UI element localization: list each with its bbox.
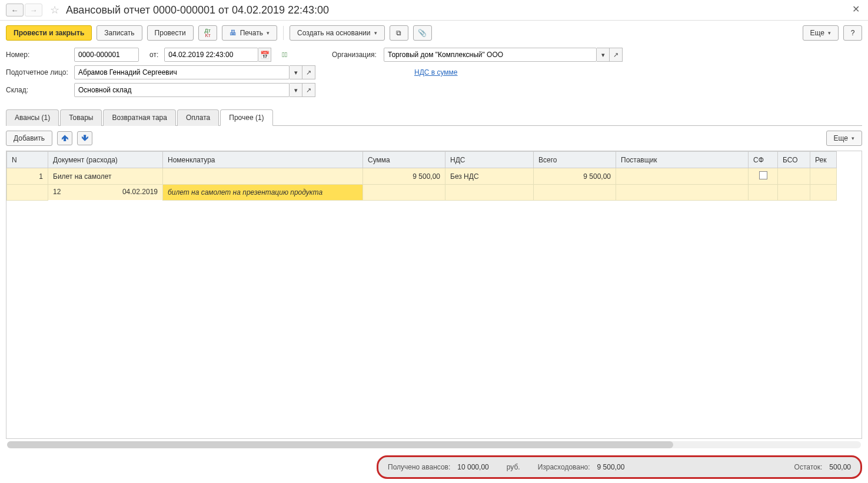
attachment-button[interactable]: 📎	[413, 25, 432, 41]
cell-supplier[interactable]	[616, 185, 749, 201]
checkbox-icon[interactable]	[759, 171, 767, 179]
cell-total[interactable]	[534, 185, 616, 201]
more-button[interactable]: Еще▾	[803, 25, 839, 41]
col-nom[interactable]: Номенклатура	[163, 152, 363, 168]
favorite-star-icon[interactable]: ☆	[48, 4, 61, 16]
toolbar-separator	[283, 26, 284, 40]
cell-vat[interactable]: Без НДС	[445, 168, 534, 185]
main-toolbar: Провести и закрыть Записать Провести ДтК…	[0, 21, 868, 45]
warehouse-dropdown-button[interactable]: ▾	[290, 83, 302, 97]
tab-goods[interactable]: Товары	[60, 109, 102, 126]
grid-more-button[interactable]: Еще▾	[826, 131, 862, 146]
cell-bso[interactable]	[778, 168, 810, 185]
post-button[interactable]: Провести	[147, 25, 194, 41]
printer-icon: 🖶	[230, 29, 237, 37]
grid[interactable]: N Документ (расхода) Номенклатура Сумма …	[6, 151, 862, 439]
titlebar: ← → ☆ Авансовый отчет 0000-000001 от 04.…	[0, 0, 868, 21]
create-based-on-button[interactable]: Создать на основании▾	[290, 25, 385, 41]
person-input[interactable]	[74, 65, 290, 79]
save-button[interactable]: Записать	[97, 25, 142, 41]
vat-link[interactable]: НДС в сумме	[414, 68, 458, 76]
horizontal-scrollbar[interactable]	[7, 441, 861, 448]
totals-footer: Получено авансов: 10 000,00 руб. Израсхо…	[377, 455, 862, 479]
calendar-icon: 📅	[260, 51, 270, 59]
col-doc[interactable]: Документ (расхода)	[48, 152, 163, 168]
number-input[interactable]	[74, 48, 139, 62]
add-row-button[interactable]: Добавить	[6, 131, 52, 146]
tab-other[interactable]: Прочее (1)	[220, 109, 272, 126]
col-total[interactable]: Всего	[534, 152, 616, 168]
grid-toolbar: Добавить 🡹 🡻 Еще▾	[0, 126, 868, 151]
org-dropdown-button[interactable]: ▾	[597, 48, 610, 62]
col-vat[interactable]: НДС	[445, 152, 534, 168]
col-supplier[interactable]: Поставщик	[616, 152, 749, 168]
structure-button[interactable]: ⧉	[390, 25, 408, 41]
close-icon[interactable]: ✕	[852, 4, 860, 15]
document-window: ← → ☆ Авансовый отчет 0000-000001 от 04.…	[0, 0, 868, 479]
cell-nom-editing[interactable]: билет на самолет на презентацию продукта	[163, 185, 363, 201]
cell-doc[interactable]: 12 04.02.2019	[48, 185, 162, 200]
org-input[interactable]	[384, 48, 597, 62]
warehouse-open-button[interactable]: ↗	[302, 83, 315, 97]
currency-label: руб.	[507, 463, 520, 471]
tab-payment[interactable]: Оплата	[177, 109, 219, 126]
cell-n[interactable]	[7, 185, 48, 201]
spent-label: Израсходовано:	[538, 463, 590, 471]
cell-rek[interactable]	[810, 185, 837, 201]
posted-check-icon: ✔⃞	[282, 51, 287, 59]
table-row[interactable]: 1 Билет на самолет 9 500,00 Без НДС 9 50…	[7, 168, 837, 185]
warehouse-input[interactable]	[74, 83, 290, 97]
tab-returnable[interactable]: Возвратная тара	[103, 109, 176, 126]
cell-vat[interactable]	[445, 185, 534, 201]
person-dropdown-button[interactable]: ▾	[290, 65, 302, 79]
spent-value: 9 500,00	[597, 463, 625, 471]
person-open-button[interactable]: ↗	[302, 65, 315, 79]
cell-rek[interactable]	[810, 168, 837, 185]
remain-value: 500,00	[829, 463, 851, 471]
col-rek[interactable]: Рек	[810, 152, 837, 168]
warehouse-label: Склад:	[6, 86, 69, 94]
help-button[interactable]: ?	[843, 25, 862, 41]
move-down-button[interactable]: 🡻	[77, 131, 92, 145]
cell-sf[interactable]	[749, 185, 778, 201]
post-and-close-button[interactable]: Провести и закрыть	[6, 25, 92, 41]
nav-forward-button[interactable]: →	[25, 4, 42, 16]
cell-supplier[interactable]	[616, 168, 749, 185]
move-up-button[interactable]: 🡹	[57, 131, 72, 145]
nav-back-button[interactable]: ←	[6, 4, 24, 16]
col-bso[interactable]: БСО	[778, 152, 810, 168]
scrollbar-thumb[interactable]	[7, 441, 673, 448]
org-open-button[interactable]: ↗	[610, 48, 623, 62]
table-row[interactable]: 12 04.02.2019 билет на самолет на презен…	[7, 185, 837, 201]
cell-doc[interactable]: Билет на самолет	[48, 168, 163, 185]
col-sf[interactable]: СФ	[749, 152, 778, 168]
cell-total[interactable]: 9 500,00	[534, 168, 616, 185]
cell-sf[interactable]	[749, 168, 778, 185]
received-value: 10 000,00	[457, 463, 488, 471]
org-label: Организация:	[332, 51, 379, 59]
cell-n[interactable]: 1	[7, 168, 48, 185]
cell-sum[interactable]: 9 500,00	[363, 168, 445, 185]
cell-bso[interactable]	[778, 185, 810, 201]
remain-label: Остаток:	[794, 463, 823, 471]
calendar-button[interactable]: 📅	[258, 48, 271, 62]
tab-advances[interactable]: Авансы (1)	[6, 109, 59, 126]
print-button[interactable]: 🖶Печать▾	[222, 25, 277, 41]
tabs: Авансы (1) Товары Возвратная тара Оплата…	[6, 109, 862, 126]
date-input[interactable]	[164, 48, 258, 62]
grid-header: N Документ (расхода) Номенклатура Сумма …	[7, 152, 837, 168]
paperclip-icon: 📎	[418, 29, 427, 37]
received-label: Получено авансов:	[388, 463, 450, 471]
col-n[interactable]: N	[7, 152, 48, 168]
ot-label: от:	[149, 51, 158, 59]
form-area: Номер: от: 📅 ✔⃞ Организация: ▾ ↗ Подотче…	[0, 45, 868, 106]
dt-kt-button[interactable]: ДтКт	[198, 25, 217, 41]
page-title: Авансовый отчет 0000-000001 от 04.02.201…	[66, 4, 329, 16]
col-sum[interactable]: Сумма	[363, 152, 445, 168]
person-label: Подотчетное лицо:	[6, 68, 69, 76]
cell-sum[interactable]	[363, 185, 445, 201]
cell-nom[interactable]	[163, 168, 363, 185]
number-label: Номер:	[6, 51, 69, 59]
